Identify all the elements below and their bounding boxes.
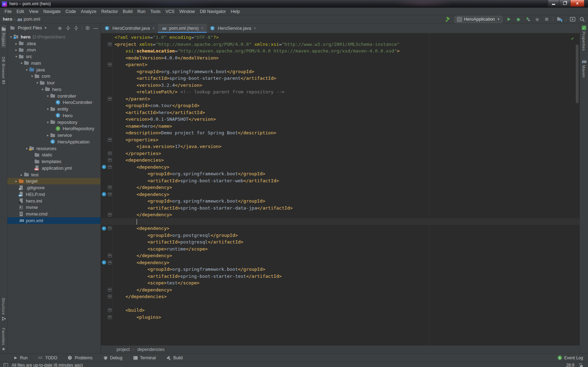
fold-collapse-icon[interactable] (108, 226, 112, 230)
chevron-right-icon[interactable]: ▸ (14, 48, 19, 52)
tab-pom.xml-(hero)[interactable]: pom.xml (hero)× (158, 23, 207, 33)
fold-collapse-icon[interactable] (108, 308, 112, 312)
menu-view[interactable]: View (27, 9, 41, 14)
chevron-right-icon[interactable]: ▸ (14, 179, 19, 183)
code-line[interactable]: ↑ <dependency> (101, 164, 580, 171)
minimize-button[interactable] (548, 0, 559, 7)
menu-file[interactable]: File (2, 9, 14, 14)
breadcrumb-parent[interactable]: project (117, 347, 130, 352)
chevron-down-icon[interactable]: ▾ (40, 87, 45, 91)
close-button[interactable]: × (570, 0, 584, 7)
tree-item-pom.xml[interactable]: pom.xml (7, 217, 101, 224)
fold-collapse-icon[interactable] (108, 165, 112, 169)
code-line[interactable]: ↑ <dependency> (101, 259, 580, 266)
code-line[interactable]: <scope>runtime</scope> (101, 246, 580, 253)
unlock-icon[interactable] (579, 363, 583, 367)
toolwindow-button-problems[interactable]: Problems (68, 355, 92, 360)
project-view-selector[interactable]: Project Files (18, 26, 42, 30)
toolwindow-button-todo[interactable]: TODO (38, 355, 57, 360)
fold-end-icon[interactable] (108, 97, 112, 101)
code-line[interactable]: xsi:schemaLocation="http://maven.apache.… (101, 48, 580, 55)
breadcrumb-file[interactable]: pom.xml (24, 17, 40, 22)
code-line[interactable]: <artifactId>postgresql</artifactId> (101, 239, 580, 246)
code-line[interactable]: <modelVersion>4.0.0</modelVersion> (101, 55, 580, 62)
menu-code[interactable]: Code (63, 9, 78, 14)
tool-button-maven[interactable]: m Maven (582, 59, 587, 78)
profiler-button[interactable] (534, 16, 540, 22)
project-structure-icon[interactable] (556, 16, 563, 22)
fold-collapse-icon[interactable] (108, 192, 112, 196)
fold-collapse-icon[interactable] (108, 138, 112, 142)
locate-file-icon[interactable]: ⊕ (57, 26, 62, 30)
tree-item-hero[interactable]: ▾heroD:\Projects\hero (7, 34, 101, 40)
chevron-down-icon[interactable]: ▾ (25, 147, 29, 150)
close-tab-icon[interactable]: × (201, 26, 203, 31)
code-line[interactable]: <parent> (101, 61, 580, 68)
tree-item-entity[interactable]: ▾entity (7, 106, 101, 112)
tree-item-Hero[interactable]: Hero (7, 112, 101, 119)
code-line[interactable]: <dependencies> (101, 157, 580, 164)
tree-item-HELP.md[interactable]: MDHELP.md (7, 191, 101, 198)
code-line[interactable]: <groupId>com.tour</groupId> (101, 102, 580, 109)
run-configuration-select[interactable]: HeroApplication ▼ (455, 16, 503, 23)
tree-item-test[interactable]: ▸test (7, 171, 101, 178)
chevron-down-icon[interactable]: ▼ (44, 26, 47, 30)
chevron-down-icon[interactable]: ▾ (35, 81, 40, 85)
close-tab-icon[interactable]: × (254, 26, 256, 31)
chevron-down-icon[interactable]: ▾ (30, 74, 34, 78)
debug-button[interactable] (515, 16, 521, 22)
toolwindow-toggle-icon[interactable] (4, 363, 8, 367)
code-line[interactable] (101, 300, 580, 307)
code-line[interactable]: <properties> (101, 136, 580, 143)
code-line[interactable]: ↑ <dependency> (101, 225, 580, 232)
tree-item-target[interactable]: ▸target (7, 178, 101, 185)
menu-tools[interactable]: Tools (148, 9, 163, 14)
settings-gear-icon[interactable] (85, 26, 90, 30)
code-line[interactable]: ↑ <dependency> (101, 191, 580, 198)
chevron-down-icon[interactable]: ▾ (46, 120, 50, 124)
tree-item-java[interactable]: ▾java (7, 66, 101, 73)
code-line[interactable]: <relativePath/> <!-- lookup parent from … (101, 89, 580, 96)
tree-item-mvnw[interactable]: mvnw (7, 204, 101, 211)
chevron-down-icon[interactable]: ▾ (9, 35, 13, 39)
code-line[interactable]: <groupId>org.springframework.boot</group… (101, 68, 580, 75)
code-line[interactable]: <artifactId>spring-boot-starter-test</ar… (101, 273, 580, 280)
menu-window[interactable]: Window (177, 9, 197, 14)
close-tab-icon[interactable]: × (152, 26, 155, 31)
code-line[interactable]: <plugins> (101, 314, 580, 321)
chevron-right-icon[interactable]: ▸ (14, 42, 19, 45)
tree-item-hero[interactable]: ▾hero (7, 86, 101, 93)
tree-item-controller[interactable]: ▾controller (7, 93, 101, 99)
fold-end-icon[interactable] (108, 151, 112, 155)
toolwindow-button-terminal[interactable]: Terminal (133, 355, 156, 360)
tree-item-repository[interactable]: ▾repository (7, 119, 101, 126)
code-line[interactable]: </properties> (101, 150, 580, 157)
chevron-right-icon[interactable]: ▸ (19, 173, 24, 177)
code-line[interactable]: </dependency> (101, 287, 580, 294)
code-line[interactable]: <groupId>org.postgresql</groupId> (101, 232, 580, 239)
fold-end-icon[interactable] (108, 213, 112, 217)
code-line[interactable] (101, 218, 580, 225)
maven-dependency-icon[interactable]: ↑ (102, 192, 106, 196)
menu-navigate[interactable]: Navigate (41, 9, 63, 14)
run-with-coverage-button[interactable] (525, 16, 531, 22)
code-line[interactable]: <groupId>org.springframework.boot</group… (101, 266, 580, 273)
code-line[interactable]: <artifactId>spring-boot-starter-data-jpa… (101, 205, 580, 212)
search-icon[interactable] (579, 16, 585, 22)
tool-button-favorites[interactable]: Favorites ★ (1, 328, 6, 351)
collapse-all-icon[interactable] (74, 26, 78, 30)
tree-item-HeroRepository[interactable]: HeroRepository (7, 126, 101, 132)
fold-end-icon[interactable] (108, 295, 112, 298)
menu-edit[interactable]: Edit (14, 9, 27, 14)
tree-item-HeroController[interactable]: HeroController (7, 99, 101, 106)
fold-collapse-icon[interactable] (108, 42, 112, 46)
fold-end-icon[interactable] (108, 185, 112, 189)
code-line[interactable]: </dependency> (101, 252, 580, 259)
toolwindow-button-run[interactable]: Run (13, 355, 28, 360)
chevron-down-icon[interactable]: ▾ (25, 68, 29, 72)
maven-dependency-icon[interactable]: ↑ (102, 226, 106, 231)
run-anything-icon[interactable] (569, 16, 576, 22)
editor-scrollbar[interactable] (576, 44, 579, 103)
code-line[interactable]: <version>0.0.1-SNAPSHOT</version> (101, 116, 580, 123)
code-line[interactable]: </dependency> (101, 184, 580, 191)
